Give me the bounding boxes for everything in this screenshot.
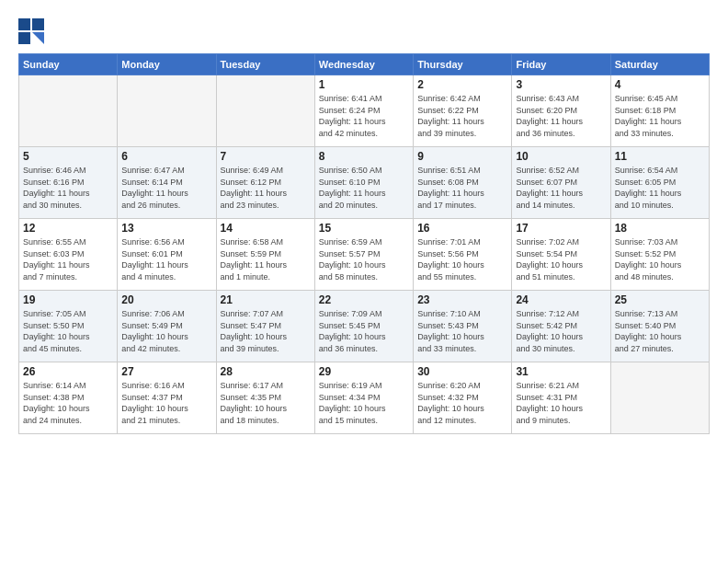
day-info: Sunrise: 6:21 AM Sunset: 4:31 PM Dayligh… [516, 380, 606, 426]
day-number: 18 [615, 222, 705, 235]
weekday-header-sunday: Sunday [19, 54, 118, 75]
calendar-cell: 2Sunrise: 6:42 AM Sunset: 6:22 PM Daylig… [414, 75, 512, 147]
calendar-cell: 4Sunrise: 6:45 AM Sunset: 6:18 PM Daylig… [610, 75, 709, 147]
calendar-cell: 10Sunrise: 6:52 AM Sunset: 6:07 PM Dayli… [512, 147, 610, 219]
calendar-cell: 27Sunrise: 6:16 AM Sunset: 4:37 PM Dayli… [118, 362, 216, 434]
day-number: 1 [319, 78, 409, 91]
calendar-cell: 19Sunrise: 7:05 AM Sunset: 5:50 PM Dayli… [19, 291, 118, 362]
weekday-header-wednesday: Wednesday [314, 54, 413, 75]
calendar-week-2: 5Sunrise: 6:46 AM Sunset: 6:16 PM Daylig… [19, 147, 710, 219]
day-info: Sunrise: 6:47 AM Sunset: 6:14 PM Dayligh… [121, 165, 211, 211]
day-info: Sunrise: 6:42 AM Sunset: 6:22 PM Dayligh… [417, 93, 507, 139]
weekday-header-row: SundayMondayTuesdayWednesdayThursdayFrid… [19, 54, 710, 75]
day-number: 26 [23, 365, 113, 378]
day-info: Sunrise: 7:05 AM Sunset: 5:50 PM Dayligh… [23, 308, 113, 354]
calendar-cell: 22Sunrise: 7:09 AM Sunset: 5:45 PM Dayli… [314, 291, 413, 362]
day-info: Sunrise: 7:02 AM Sunset: 5:54 PM Dayligh… [516, 236, 606, 282]
day-number: 16 [417, 222, 507, 235]
day-number: 14 [221, 222, 311, 235]
day-number: 10 [516, 150, 606, 163]
day-number: 2 [417, 78, 507, 91]
day-info: Sunrise: 6:45 AM Sunset: 6:18 PM Dayligh… [615, 93, 705, 139]
day-number: 7 [221, 150, 311, 163]
day-info: Sunrise: 6:17 AM Sunset: 4:35 PM Dayligh… [221, 380, 311, 426]
day-number: 30 [417, 365, 507, 378]
day-info: Sunrise: 6:14 AM Sunset: 4:38 PM Dayligh… [23, 380, 113, 426]
day-number: 3 [516, 78, 606, 91]
day-number: 8 [319, 150, 409, 163]
logo [18, 18, 48, 44]
calendar-cell: 24Sunrise: 7:12 AM Sunset: 5:42 PM Dayli… [512, 291, 610, 362]
day-info: Sunrise: 6:54 AM Sunset: 6:05 PM Dayligh… [615, 165, 705, 211]
svg-rect-0 [18, 18, 30, 30]
calendar-cell: 6Sunrise: 6:47 AM Sunset: 6:14 PM Daylig… [118, 147, 216, 219]
logo-icon [18, 18, 44, 44]
calendar-cell: 23Sunrise: 7:10 AM Sunset: 5:43 PM Dayli… [414, 291, 512, 362]
calendar-cell: 12Sunrise: 6:55 AM Sunset: 6:03 PM Dayli… [19, 219, 118, 291]
calendar-cell: 3Sunrise: 6:43 AM Sunset: 6:20 PM Daylig… [512, 75, 610, 147]
day-info: Sunrise: 6:46 AM Sunset: 6:16 PM Dayligh… [23, 165, 113, 211]
calendar-cell: 15Sunrise: 6:59 AM Sunset: 5:57 PM Dayli… [314, 219, 413, 291]
day-number: 27 [121, 365, 211, 378]
weekday-header-tuesday: Tuesday [216, 54, 314, 75]
calendar-cell [610, 362, 709, 434]
day-number: 12 [23, 222, 113, 235]
day-info: Sunrise: 7:01 AM Sunset: 5:56 PM Dayligh… [417, 236, 507, 282]
day-number: 21 [221, 293, 311, 306]
day-info: Sunrise: 7:07 AM Sunset: 5:47 PM Dayligh… [221, 308, 311, 354]
day-number: 24 [516, 293, 606, 306]
day-number: 25 [615, 293, 705, 306]
calendar-cell [19, 75, 118, 147]
calendar-cell: 13Sunrise: 6:56 AM Sunset: 6:01 PM Dayli… [118, 219, 216, 291]
calendar-cell: 5Sunrise: 6:46 AM Sunset: 6:16 PM Daylig… [19, 147, 118, 219]
calendar-cell: 7Sunrise: 6:49 AM Sunset: 6:12 PM Daylig… [216, 147, 314, 219]
day-info: Sunrise: 6:55 AM Sunset: 6:03 PM Dayligh… [23, 236, 113, 282]
svg-rect-2 [18, 32, 30, 44]
calendar-cell: 16Sunrise: 7:01 AM Sunset: 5:56 PM Dayli… [414, 219, 512, 291]
day-info: Sunrise: 6:50 AM Sunset: 6:10 PM Dayligh… [319, 165, 409, 211]
day-info: Sunrise: 7:03 AM Sunset: 5:52 PM Dayligh… [615, 236, 705, 282]
calendar-week-3: 12Sunrise: 6:55 AM Sunset: 6:03 PM Dayli… [19, 219, 710, 291]
calendar-week-1: 1Sunrise: 6:41 AM Sunset: 6:24 PM Daylig… [19, 75, 710, 147]
day-number: 9 [417, 150, 507, 163]
day-number: 23 [417, 293, 507, 306]
calendar-cell: 26Sunrise: 6:14 AM Sunset: 4:38 PM Dayli… [19, 362, 118, 434]
calendar-cell: 20Sunrise: 7:06 AM Sunset: 5:49 PM Dayli… [118, 291, 216, 362]
day-info: Sunrise: 6:52 AM Sunset: 6:07 PM Dayligh… [516, 165, 606, 211]
day-number: 11 [615, 150, 705, 163]
day-number: 15 [319, 222, 409, 235]
day-info: Sunrise: 6:41 AM Sunset: 6:24 PM Dayligh… [319, 93, 409, 139]
day-info: Sunrise: 6:19 AM Sunset: 4:34 PM Dayligh… [319, 380, 409, 426]
day-info: Sunrise: 6:51 AM Sunset: 6:08 PM Dayligh… [417, 165, 507, 211]
day-number: 4 [615, 78, 705, 91]
calendar-cell: 17Sunrise: 7:02 AM Sunset: 5:54 PM Dayli… [512, 219, 610, 291]
day-number: 19 [23, 293, 113, 306]
day-info: Sunrise: 7:06 AM Sunset: 5:49 PM Dayligh… [121, 308, 211, 354]
day-info: Sunrise: 6:59 AM Sunset: 5:57 PM Dayligh… [319, 236, 409, 282]
day-info: Sunrise: 6:43 AM Sunset: 6:20 PM Dayligh… [516, 93, 606, 139]
calendar-cell: 28Sunrise: 6:17 AM Sunset: 4:35 PM Dayli… [216, 362, 314, 434]
day-info: Sunrise: 7:13 AM Sunset: 5:40 PM Dayligh… [615, 308, 705, 354]
calendar-cell: 14Sunrise: 6:58 AM Sunset: 5:59 PM Dayli… [216, 219, 314, 291]
weekday-header-thursday: Thursday [414, 54, 512, 75]
calendar-week-5: 26Sunrise: 6:14 AM Sunset: 4:38 PM Dayli… [19, 362, 710, 434]
calendar-cell: 11Sunrise: 6:54 AM Sunset: 6:05 PM Dayli… [610, 147, 709, 219]
calendar-cell: 1Sunrise: 6:41 AM Sunset: 6:24 PM Daylig… [314, 75, 413, 147]
calendar-cell [118, 75, 216, 147]
day-number: 17 [516, 222, 606, 235]
day-number: 28 [221, 365, 311, 378]
calendar-cell: 31Sunrise: 6:21 AM Sunset: 4:31 PM Dayli… [512, 362, 610, 434]
day-info: Sunrise: 7:09 AM Sunset: 5:45 PM Dayligh… [319, 308, 409, 354]
calendar-cell: 21Sunrise: 7:07 AM Sunset: 5:47 PM Dayli… [216, 291, 314, 362]
day-number: 13 [121, 222, 211, 235]
day-number: 29 [319, 365, 409, 378]
day-info: Sunrise: 7:12 AM Sunset: 5:42 PM Dayligh… [516, 308, 606, 354]
weekday-header-saturday: Saturday [610, 54, 709, 75]
calendar-table: SundayMondayTuesdayWednesdayThursdayFrid… [18, 53, 710, 434]
calendar-cell: 29Sunrise: 6:19 AM Sunset: 4:34 PM Dayli… [314, 362, 413, 434]
day-info: Sunrise: 7:10 AM Sunset: 5:43 PM Dayligh… [417, 308, 507, 354]
day-number: 31 [516, 365, 606, 378]
calendar-week-4: 19Sunrise: 7:05 AM Sunset: 5:50 PM Dayli… [19, 291, 710, 362]
weekday-header-friday: Friday [512, 54, 610, 75]
day-number: 5 [23, 150, 113, 163]
